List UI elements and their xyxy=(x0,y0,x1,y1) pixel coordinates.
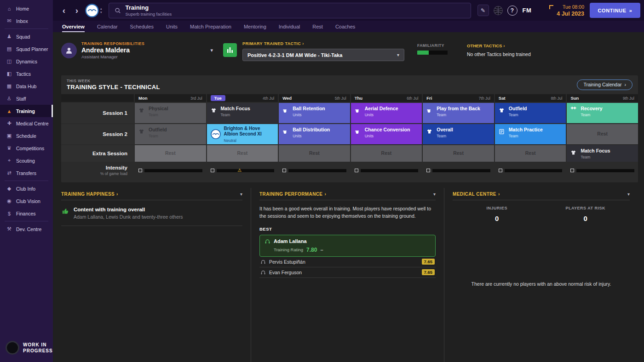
session2-fri[interactable]: OverallTeam xyxy=(423,124,494,144)
tab-individual[interactable]: Individual xyxy=(279,21,300,32)
session2-wed[interactable]: Ball DistributionUnits xyxy=(279,124,350,144)
sidebar-item-home[interactable]: ⌂Home xyxy=(0,2,53,15)
day-header-spacer xyxy=(61,94,134,102)
title-search-bar[interactable]: Training Superb training facilities xyxy=(109,3,471,18)
intensity-track xyxy=(144,169,202,172)
player-headshot-icon xyxy=(260,270,266,275)
game-date: 4 Jul 2023 xyxy=(557,11,584,17)
world-button[interactable] xyxy=(493,6,503,16)
tab-units[interactable]: Units xyxy=(166,21,178,32)
training-calendar-button[interactable]: Training Calendar › xyxy=(577,79,632,90)
session2-thu[interactable]: Chance ConversionUnits xyxy=(351,124,422,144)
extra-thu-rest[interactable]: Rest xyxy=(351,145,422,162)
session1-fri[interactable]: Play from the BackTeam xyxy=(423,103,494,123)
medical-title-link[interactable]: MEDICAL CENTRE › xyxy=(453,192,500,197)
best-player-card[interactable]: Adam Lallana Training Rating 7.80 – xyxy=(259,235,436,257)
sidebar-item-tactics[interactable]: ◧Tactics xyxy=(0,68,53,80)
fm-menu-button[interactable]: FM xyxy=(523,7,532,14)
session1-mon[interactable]: PhysicalTeam xyxy=(135,103,206,123)
extra-sun[interactable]: Match FocusTeam xyxy=(567,145,638,162)
collapse-chevron-icon[interactable]: ▾ xyxy=(240,192,242,197)
sidebar-item-competitions[interactable]: ♛Competitions xyxy=(0,142,53,154)
help-button[interactable]: ? xyxy=(507,6,518,16)
sidebar-item-staff[interactable]: ♙Staff xyxy=(0,92,53,105)
sidebar-item-inbox[interactable]: ✉Inbox xyxy=(0,15,53,27)
performance-player-row[interactable]: Pervis Estupiñán 7.65 xyxy=(259,257,436,267)
intensity-track xyxy=(361,169,419,172)
happiness-players: Adam Lallana, Lewis Dunk and twenty-thre… xyxy=(74,214,183,220)
session-subtitle: Team xyxy=(509,113,527,117)
session1-sun[interactable]: ✚✚RecoveryTeam xyxy=(567,103,638,123)
squad-icon: ♟ xyxy=(6,34,12,40)
transfers-arrows-icon: ⇄ xyxy=(6,170,12,176)
session1-thu[interactable]: Aerial DefenceUnits xyxy=(351,103,422,123)
primary-tactic-link[interactable]: PRIMARY TRAINED TACTIC › xyxy=(242,41,404,46)
sidebar-item-squad-planner[interactable]: ▤Squad Planner xyxy=(0,43,53,55)
session-subtitle: Units xyxy=(365,134,410,138)
sidebar-item-medical-centre[interactable]: ✚Medical Centre xyxy=(0,117,53,130)
sidebar-item-transfers[interactable]: ⇄Transfers xyxy=(0,167,53,179)
session1-sat[interactable]: OutfieldTeam xyxy=(495,103,566,123)
session2-sun-rest[interactable]: Rest xyxy=(567,124,638,144)
player-name: Pervis Estupiñán xyxy=(269,259,419,265)
session-title: Outfield xyxy=(149,127,167,133)
extra-sat-rest[interactable]: Rest xyxy=(495,145,566,162)
day-date: 6th Jul xyxy=(407,96,418,101)
training-responsibilities-dropdown[interactable]: TRAINING RESPONSIBILITIES Andrea Maldera… xyxy=(61,41,223,59)
back-button[interactable]: ‹ xyxy=(58,6,70,15)
tab-calendar[interactable]: Calendar xyxy=(97,21,118,32)
tab-schedules[interactable]: Schedules xyxy=(130,21,154,32)
tab-coaches[interactable]: Coaches xyxy=(335,21,355,32)
intensity-track xyxy=(505,169,563,172)
edit-pencil-button[interactable]: ✎ xyxy=(477,5,489,16)
primary-tactic-select[interactable]: Positive 4-2-3-1 DM AM Wide - Tiki-Taka … xyxy=(242,49,404,61)
session2-tue-match[interactable]: Brighton & Hove Albion Second XINeutral xyxy=(207,124,278,144)
performance-title-link[interactable]: TRAINING PERFORMANCE › xyxy=(259,192,326,197)
sidebar-item-schedule[interactable]: ▣Schedule xyxy=(0,130,53,142)
other-tactics-link[interactable]: OTHER TACTICS › xyxy=(467,43,531,48)
question-icon: ? xyxy=(511,7,514,14)
tab-overview[interactable]: Overview xyxy=(62,21,85,32)
extra-session-row: Extra Session Rest Rest Rest Rest Rest R… xyxy=(61,145,638,162)
sidebar-item-label: Dev. Centre xyxy=(16,226,41,232)
tab-rest[interactable]: Rest xyxy=(312,21,323,32)
day-header-sat: Sat8th Jul xyxy=(495,94,566,102)
tab-mentoring[interactable]: Mentoring xyxy=(244,21,266,32)
happiness-status: Content with training overall xyxy=(74,207,183,212)
sidebar-item-squad[interactable]: ♟Squad xyxy=(0,30,53,43)
sidebar-item-training[interactable]: ▲Training xyxy=(0,105,53,117)
sidebar-item-finances[interactable]: $Finances xyxy=(0,207,53,220)
session-title: Aerial Defence xyxy=(365,106,398,112)
happiness-title-link[interactable]: TRAINING HAPPINESS › xyxy=(61,192,118,197)
session2-mon[interactable]: OutfieldTeam xyxy=(135,124,206,144)
club-switcher-carets-icon[interactable]: ▴▾ xyxy=(100,7,102,14)
session1-wed[interactable]: Ball RetentionUnits xyxy=(279,103,350,123)
sidebar-item-club-vision[interactable]: ◉Club Vision xyxy=(0,195,53,207)
sidebar-item-label: Home xyxy=(16,6,29,11)
extra-tue-rest[interactable]: Rest xyxy=(207,145,278,162)
sidebar-item-club-info[interactable]: ◆Club Info xyxy=(0,182,53,195)
day-name: Mon xyxy=(138,96,148,101)
forward-button[interactable]: › xyxy=(70,6,83,15)
intensity-row: Intensity % of game load ⚠ xyxy=(61,163,638,178)
sidebar-item-dev-centre[interactable]: ⚒Dev. Centre xyxy=(0,223,53,235)
collapse-chevron-icon[interactable]: ▾ xyxy=(433,192,436,197)
sidebar-item-label: Club Info xyxy=(16,186,35,192)
performance-player-row[interactable]: Evan Ferguson 7.65 xyxy=(259,267,436,278)
sidebar-item-scouting[interactable]: ⌖Scouting xyxy=(0,154,53,167)
schedule-calendar-icon: ▣ xyxy=(6,133,12,139)
sidebar-item-data-hub[interactable]: ▦Data Hub xyxy=(0,80,53,92)
extra-mon-rest[interactable]: Rest xyxy=(135,145,206,162)
session2-sat[interactable]: Match PracticeTeam xyxy=(495,124,566,144)
sidebar-item-dynamics[interactable]: ◫Dynamics xyxy=(0,55,53,68)
happiness-item[interactable]: Content with training overall Adam Lalla… xyxy=(61,200,242,226)
extra-wed-rest[interactable]: Rest xyxy=(279,145,350,162)
extra-fri-rest[interactable]: Rest xyxy=(423,145,494,162)
continue-button[interactable]: CONTINUE » xyxy=(590,3,640,18)
tab-match-preparation[interactable]: Match Preparation xyxy=(190,21,231,32)
chevron-down-icon[interactable]: ▾ xyxy=(210,47,213,53)
collapse-chevron-icon[interactable]: ▾ xyxy=(627,192,630,197)
today-badge: Tue xyxy=(211,95,225,101)
club-badge-button[interactable]: ▴▾ xyxy=(85,4,102,17)
session1-tue[interactable]: Match FocusTeam xyxy=(207,103,278,123)
